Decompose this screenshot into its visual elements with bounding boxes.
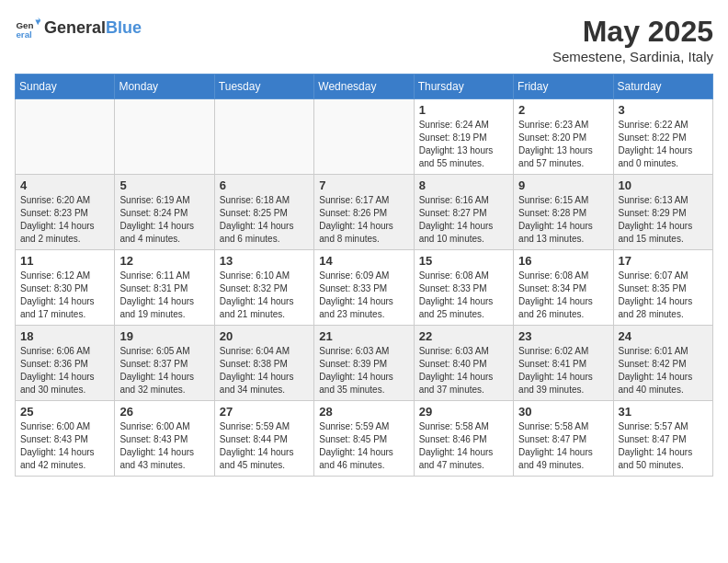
day-number: 31 (619, 405, 708, 419)
calendar-day-cell (115, 99, 214, 175)
calendar-day-cell: 27Sunrise: 5:59 AMSunset: 8:44 PMDayligh… (214, 401, 313, 477)
logo-blue: Blue (106, 18, 142, 37)
day-number: 5 (119, 178, 209, 192)
calendar-day-cell: 18Sunrise: 6:06 AMSunset: 8:36 PMDayligh… (16, 326, 115, 401)
day-number: 1 (419, 103, 508, 117)
calendar-day-cell (314, 99, 414, 175)
weekday-tuesday: Tuesday (214, 75, 313, 99)
day-number: 11 (20, 254, 109, 268)
day-number: 7 (319, 178, 408, 192)
day-number: 10 (619, 178, 708, 192)
day-number: 6 (220, 178, 309, 192)
weekday-thursday: Thursday (414, 75, 513, 99)
day-info: Sunrise: 5:57 AMSunset: 8:47 PMDaylight:… (619, 420, 708, 472)
day-info: Sunrise: 6:13 AMSunset: 8:29 PMDaylight:… (619, 194, 708, 246)
day-info: Sunrise: 5:59 AMSunset: 8:44 PMDaylight:… (220, 420, 309, 472)
day-number: 12 (119, 254, 209, 268)
day-info: Sunrise: 5:58 AMSunset: 8:47 PMDaylight:… (518, 420, 608, 472)
weekday-monday: Monday (115, 75, 214, 99)
day-number: 17 (619, 254, 708, 268)
calendar-day-cell: 4Sunrise: 6:20 AMSunset: 8:23 PMDaylight… (16, 175, 115, 250)
calendar-day-cell: 16Sunrise: 6:08 AMSunset: 8:34 PMDayligh… (514, 250, 613, 326)
calendar-table: SundayMondayTuesdayWednesdayThursdayFrid… (15, 74, 713, 477)
day-number: 25 (20, 405, 109, 419)
day-info: Sunrise: 6:18 AMSunset: 8:25 PMDaylight:… (220, 194, 309, 246)
day-info: Sunrise: 6:00 AMSunset: 8:43 PMDaylight:… (119, 420, 209, 472)
weekday-friday: Friday (514, 75, 613, 99)
day-info: Sunrise: 6:08 AMSunset: 8:34 PMDaylight:… (518, 270, 608, 321)
day-info: Sunrise: 6:07 AMSunset: 8:35 PMDaylight:… (619, 270, 708, 321)
day-info: Sunrise: 6:20 AMSunset: 8:23 PMDaylight:… (20, 194, 109, 246)
day-number: 20 (220, 329, 309, 343)
calendar-day-cell: 15Sunrise: 6:08 AMSunset: 8:33 PMDayligh… (414, 250, 513, 326)
day-number: 29 (419, 405, 508, 419)
day-number: 3 (619, 103, 708, 117)
svg-text:eral: eral (16, 29, 32, 40)
day-info: Sunrise: 6:22 AMSunset: 8:22 PMDaylight:… (619, 119, 708, 170)
calendar-day-cell: 30Sunrise: 5:58 AMSunset: 8:47 PMDayligh… (514, 401, 613, 477)
day-number: 23 (518, 329, 608, 343)
calendar-day-cell: 22Sunrise: 6:03 AMSunset: 8:40 PMDayligh… (414, 326, 513, 401)
calendar-day-cell: 8Sunrise: 6:16 AMSunset: 8:27 PMDaylight… (414, 175, 513, 250)
calendar-day-cell: 6Sunrise: 6:18 AMSunset: 8:25 PMDaylight… (214, 175, 313, 250)
day-number: 24 (619, 329, 708, 343)
calendar-day-cell: 19Sunrise: 6:05 AMSunset: 8:37 PMDayligh… (115, 326, 214, 401)
logo: Gen eral GeneralBlue (15, 15, 142, 40)
day-number: 30 (518, 405, 608, 419)
location-title: Semestene, Sardinia, Italy (552, 49, 713, 64)
calendar-week-row: 11Sunrise: 6:12 AMSunset: 8:30 PMDayligh… (16, 250, 713, 326)
day-info: Sunrise: 6:01 AMSunset: 8:42 PMDaylight:… (619, 345, 708, 396)
day-info: Sunrise: 5:59 AMSunset: 8:45 PMDaylight:… (319, 420, 408, 472)
day-info: Sunrise: 6:02 AMSunset: 8:41 PMDaylight:… (518, 345, 608, 396)
day-info: Sunrise: 6:17 AMSunset: 8:26 PMDaylight:… (319, 194, 408, 246)
calendar-day-cell: 20Sunrise: 6:04 AMSunset: 8:38 PMDayligh… (214, 326, 313, 401)
calendar-week-row: 4Sunrise: 6:20 AMSunset: 8:23 PMDaylight… (16, 175, 713, 250)
weekday-sunday: Sunday (16, 75, 115, 99)
calendar-day-cell: 10Sunrise: 6:13 AMSunset: 8:29 PMDayligh… (613, 175, 712, 250)
calendar-day-cell: 29Sunrise: 5:58 AMSunset: 8:46 PMDayligh… (414, 401, 513, 477)
calendar-day-cell: 14Sunrise: 6:09 AMSunset: 8:33 PMDayligh… (314, 250, 414, 326)
day-info: Sunrise: 6:11 AMSunset: 8:31 PMDaylight:… (119, 270, 209, 321)
calendar-day-cell: 12Sunrise: 6:11 AMSunset: 8:31 PMDayligh… (115, 250, 214, 326)
weekday-header-row: SundayMondayTuesdayWednesdayThursdayFrid… (16, 75, 713, 99)
day-number: 15 (419, 254, 508, 268)
day-number: 22 (419, 329, 508, 343)
day-info: Sunrise: 6:15 AMSunset: 8:28 PMDaylight:… (518, 194, 608, 246)
day-info: Sunrise: 6:10 AMSunset: 8:32 PMDaylight:… (220, 270, 309, 321)
day-number: 4 (20, 178, 109, 192)
calendar-day-cell: 31Sunrise: 5:57 AMSunset: 8:47 PMDayligh… (613, 401, 712, 477)
page-header: Gen eral GeneralBlue May 2025 Semestene,… (15, 15, 713, 64)
day-info: Sunrise: 6:04 AMSunset: 8:38 PMDaylight:… (220, 345, 309, 396)
weekday-wednesday: Wednesday (314, 75, 414, 99)
day-number: 21 (319, 329, 408, 343)
day-info: Sunrise: 6:03 AMSunset: 8:40 PMDaylight:… (419, 345, 508, 396)
day-number: 26 (119, 405, 209, 419)
calendar-day-cell: 23Sunrise: 6:02 AMSunset: 8:41 PMDayligh… (514, 326, 613, 401)
day-info: Sunrise: 6:06 AMSunset: 8:36 PMDaylight:… (20, 345, 109, 396)
calendar-week-row: 1Sunrise: 6:24 AMSunset: 8:19 PMDaylight… (16, 99, 713, 175)
day-number: 27 (220, 405, 309, 419)
calendar-day-cell: 24Sunrise: 6:01 AMSunset: 8:42 PMDayligh… (613, 326, 712, 401)
calendar-day-cell: 7Sunrise: 6:17 AMSunset: 8:26 PMDaylight… (314, 175, 414, 250)
logo-general: General (44, 18, 106, 37)
calendar-day-cell: 2Sunrise: 6:23 AMSunset: 8:20 PMDaylight… (514, 99, 613, 175)
month-title: May 2025 (552, 15, 713, 49)
calendar-day-cell: 1Sunrise: 6:24 AMSunset: 8:19 PMDaylight… (414, 99, 513, 175)
day-info: Sunrise: 6:05 AMSunset: 8:37 PMDaylight:… (119, 345, 209, 396)
calendar-day-cell: 17Sunrise: 6:07 AMSunset: 8:35 PMDayligh… (613, 250, 712, 326)
calendar-day-cell: 21Sunrise: 6:03 AMSunset: 8:39 PMDayligh… (314, 326, 414, 401)
calendar-day-cell: 9Sunrise: 6:15 AMSunset: 8:28 PMDaylight… (514, 175, 613, 250)
calendar-day-cell: 26Sunrise: 6:00 AMSunset: 8:43 PMDayligh… (115, 401, 214, 477)
day-info: Sunrise: 6:08 AMSunset: 8:33 PMDaylight:… (419, 270, 508, 321)
day-number: 19 (119, 329, 209, 343)
calendar-week-row: 18Sunrise: 6:06 AMSunset: 8:36 PMDayligh… (16, 326, 713, 401)
calendar-day-cell: 5Sunrise: 6:19 AMSunset: 8:24 PMDaylight… (115, 175, 214, 250)
day-number: 2 (518, 103, 608, 117)
day-number: 14 (319, 254, 408, 268)
day-info: Sunrise: 5:58 AMSunset: 8:46 PMDaylight:… (419, 420, 508, 472)
calendar-week-row: 25Sunrise: 6:00 AMSunset: 8:43 PMDayligh… (16, 401, 713, 477)
day-number: 28 (319, 405, 408, 419)
day-number: 18 (20, 329, 109, 343)
calendar-day-cell: 11Sunrise: 6:12 AMSunset: 8:30 PMDayligh… (16, 250, 115, 326)
day-info: Sunrise: 6:16 AMSunset: 8:27 PMDaylight:… (419, 194, 508, 246)
